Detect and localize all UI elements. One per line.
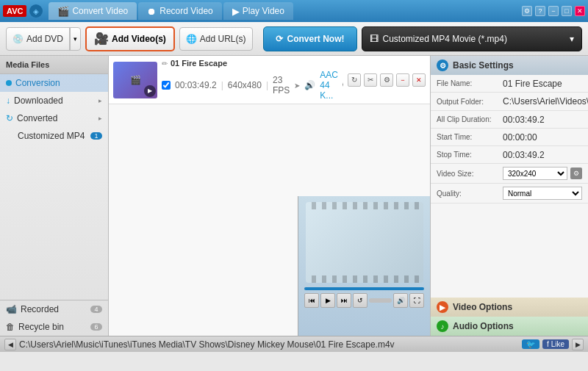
preview-seek-bar[interactable] <box>369 298 392 303</box>
duration-label: All Clip Duration: <box>437 115 503 123</box>
conversion-dot-icon <box>6 80 12 86</box>
url-icon: 🌐 <box>186 34 197 44</box>
film-thumbnail-icon: 🎬 <box>130 75 141 85</box>
file-close-btn-0[interactable]: − <box>396 73 409 87</box>
videosize-label: Video Size: <box>437 170 503 178</box>
file-x-btn-0[interactable]: ✕ <box>412 73 426 87</box>
audio-options-header[interactable]: ♪ Audio Options <box>431 317 588 336</box>
file-item-actions-0: ↻ ✂ ⚙ − ✕ <box>348 73 426 87</box>
dvd-icon: 💿 <box>12 34 24 44</box>
video-options-header[interactable]: ▶ Video Options <box>431 298 588 317</box>
file-thumbnail-0: 🎬 ▶ <box>113 62 157 98</box>
tab-convert-video[interactable]: 🎬 Convert Video <box>49 2 137 20</box>
file-list-area: 🎬 ▶ ✏ 01 Fire Escape 00:03:49.2 | 640x48… <box>109 56 430 336</box>
file-audio-icon: 🔊 <box>304 80 315 90</box>
quality-value: Normal High Low <box>503 187 582 200</box>
stoptime-value: 00:03:49.2 <box>503 150 582 160</box>
prev-nav-btn[interactable]: ◀ <box>4 339 16 350</box>
settings-header: ⚙ Basic Settings <box>431 56 588 75</box>
convert-now-button[interactable]: ⟳ Convert Now! <box>263 26 357 51</box>
video-options-icon: ▶ <box>437 301 448 313</box>
next-nav-btn[interactable]: ▶ <box>572 339 584 350</box>
playback-controls: ⏮ ▶ ⏭ ↺ 🔊 ⛶ <box>304 293 424 308</box>
settings-row-stoptime: Stop Time: 00:03:49.2 <box>431 146 588 164</box>
film-holes-top <box>306 202 423 209</box>
add-urls-button[interactable]: 🌐 Add URL(s) <box>180 28 252 50</box>
film-strip <box>306 202 423 283</box>
recycle-bin-icon: 🗑 <box>6 322 15 332</box>
minimize-btn[interactable]: − <box>548 6 559 16</box>
videosize-gear-btn[interactable]: ⚙ <box>570 168 582 179</box>
status-path: C:\Users\Ariel\Music\iTunes\iTunes Media… <box>19 339 519 350</box>
settings-blue-icon: ⚙ <box>437 60 448 71</box>
help-btn[interactable]: ? <box>535 6 545 16</box>
loop-btn[interactable]: ↺ <box>353 293 368 308</box>
convert-icon: 🎬 <box>57 6 69 17</box>
settings-panel: ⚙ Basic Settings File Name: 01 Fire Esca… <box>430 56 588 336</box>
next-frame-btn[interactable]: ⏭ <box>337 293 351 308</box>
twitter-btn[interactable]: 🐦 <box>522 339 539 349</box>
sidebar-item-conversion[interactable]: Conversion <box>0 74 108 92</box>
download-icon: ↓ <box>6 96 10 106</box>
output-value: C:\Users\Ariel\Videos\A... 📁 <box>503 96 588 107</box>
status-bar: ◀ C:\Users\Ariel\Music\iTunes\iTunes Med… <box>0 336 588 352</box>
file-details-0: ✏ 01 Fire Escape 00:03:49.2 | 640x480 | … <box>162 59 343 101</box>
add-videos-button[interactable]: 🎥 Add Video(s) <box>85 26 175 51</box>
file-refresh-btn-0[interactable]: ↻ <box>348 73 361 87</box>
toolbar: 💿 Add DVD ▾ 🎥 Add Video(s) 🌐 Add URL(s) … <box>0 22 588 56</box>
separator-2: | <box>266 80 268 90</box>
sidebar: Media Files Conversion ↓ Downloaded ▸ ↻ … <box>0 56 109 336</box>
file-resolution-0: 640x480 <box>228 80 262 90</box>
title-bar: AVC ◈ 🎬 Convert Video ⏺ Record Video ▶ P… <box>0 0 588 22</box>
convert-arrow-icon: ⟳ <box>276 34 283 44</box>
sidebar-item-recorded[interactable]: 📹 Recorded 4 <box>0 300 108 318</box>
file-checkbox-0[interactable] <box>162 81 171 90</box>
sidebar-item-downloaded[interactable]: ↓ Downloaded ▸ <box>0 92 108 109</box>
film-icon: 🎞 <box>370 34 379 44</box>
volume-btn[interactable]: 🔊 <box>393 293 408 308</box>
file-sub-icon: 💬 <box>343 80 343 90</box>
settings-row-starttime: Start Time: 00:00:00 <box>431 129 588 146</box>
file-duration-0: 00:03:49.2 <box>175 80 217 90</box>
format-selector[interactable]: 🎞 Customized MP4 Movie (*.mp4) ▾ <box>362 26 583 51</box>
file-name-0: 01 Fire Escape <box>171 59 227 68</box>
record-icon: ⏺ <box>147 6 157 17</box>
tab-record-video[interactable]: ⏺ Record Video <box>138 2 222 20</box>
settings-row-duration: All Clip Duration: 00:03:49.2 <box>431 111 588 129</box>
prev-frame-btn[interactable]: ⏮ <box>304 293 319 308</box>
add-dvd-dropdown[interactable]: ▾ <box>70 28 80 50</box>
add-urls-group: 🌐 Add URL(s) <box>179 27 253 51</box>
sidebar-item-customized-mp4[interactable]: Customized MP4 1 <box>0 127 108 145</box>
video-add-icon: 🎥 <box>94 32 109 46</box>
tab-play-video[interactable]: ▶ Play Video <box>223 2 293 20</box>
quality-select[interactable]: Normal High Low <box>503 187 582 200</box>
starttime-label: Start Time: <box>437 133 503 141</box>
play-pause-btn[interactable]: ▶ <box>320 293 335 308</box>
file-cut-btn-0[interactable]: ✂ <box>364 73 377 87</box>
videosize-select[interactable]: 320x240 640x480 1280x720 <box>503 167 567 180</box>
filename-label: File Name: <box>437 79 503 87</box>
quality-label: Quality: <box>437 190 503 198</box>
fullscreen-btn[interactable]: ⛶ <box>409 293 424 308</box>
film-holes-bottom <box>306 275 423 283</box>
sidebar-item-converted[interactable]: ↻ Converted ▸ <box>0 109 108 127</box>
recycle-bin-badge: 6 <box>90 323 102 331</box>
settings-btn[interactable]: ⚙ <box>522 6 532 16</box>
audio-options-icon: ♪ <box>437 320 448 332</box>
maximize-btn[interactable]: □ <box>562 6 572 16</box>
file-item-0: 🎬 ▶ ✏ 01 Fire Escape 00:03:49.2 | 640x48… <box>109 56 430 104</box>
recorded-icon: 📹 <box>6 304 17 314</box>
downloaded-expand-icon: ▸ <box>98 97 102 104</box>
add-dvd-button[interactable]: 💿 Add DVD <box>7 28 69 50</box>
play-icon: ▶ <box>232 6 240 17</box>
sidebar-header: Media Files <box>0 56 108 74</box>
preview-area: ⏮ ▶ ⏭ ↺ 🔊 ⛶ <box>298 196 430 336</box>
file-settings-btn-0[interactable]: ⚙ <box>380 73 393 87</box>
videosize-value: 320x240 640x480 1280x720 ⚙ <box>503 167 582 180</box>
file-audio-0: AAC 44 K... <box>320 70 338 101</box>
sidebar-item-recycle-bin[interactable]: 🗑 Recycle bin 6 <box>0 318 108 336</box>
add-dvd-group: 💿 Add DVD ▾ <box>6 27 81 51</box>
filename-value: 01 Fire Escape <box>503 79 582 89</box>
close-btn[interactable]: ✕ <box>575 6 585 16</box>
facebook-btn[interactable]: f Like <box>542 339 569 349</box>
